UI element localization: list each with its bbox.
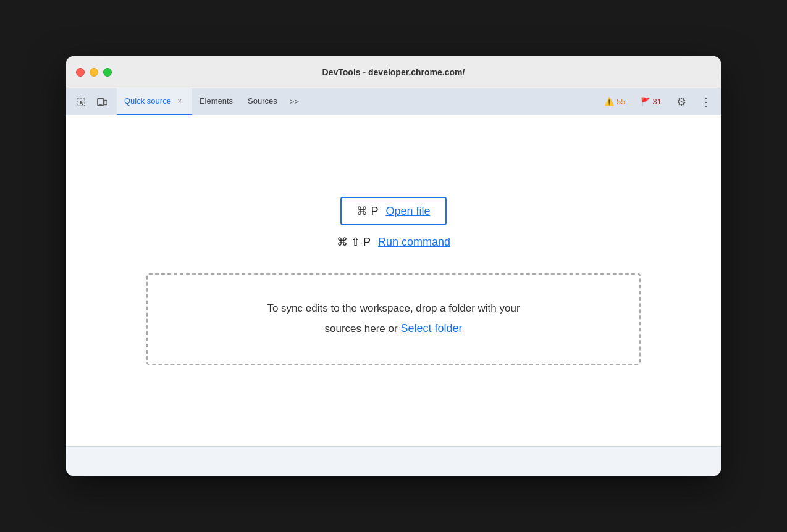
svg-rect-2: [104, 100, 107, 104]
tab-bar: Quick source × Elements Sources >> ⚠️ 55…: [66, 88, 721, 115]
more-tabs-icon: >>: [290, 97, 299, 106]
error-icon: 🚩: [641, 97, 650, 106]
main-content: ⌘ P Open file ⌘ ⇧ P Run command To sync …: [66, 115, 721, 446]
drop-zone-text-line1: To sync edits to the workspace, drop a f…: [267, 302, 520, 314]
tab-sources-label: Sources: [248, 96, 277, 106]
more-options-button[interactable]: ⋮: [696, 92, 716, 112]
inspect-icon-button[interactable]: [71, 92, 91, 112]
minimize-button[interactable]: [90, 68, 98, 77]
tab-elements[interactable]: Elements: [192, 88, 240, 115]
warning-badge-button[interactable]: ⚠️ 55: [599, 94, 630, 109]
tab-close-quick-source[interactable]: ×: [175, 96, 185, 106]
run-command-shortcut-keys: ⌘ ⇧ P: [337, 235, 371, 249]
warning-icon: ⚠️: [604, 97, 614, 106]
tab-quick-source-label: Quick source: [124, 96, 171, 106]
open-file-shortcut-keys: ⌘ P: [356, 204, 378, 218]
tab-bar-right: ⚠️ 55 🚩 31 ⚙ ⋮: [599, 88, 716, 115]
warning-count: 55: [617, 97, 625, 106]
run-command-link[interactable]: Run command: [378, 236, 450, 249]
drop-zone-text-line2: sources here or: [325, 323, 398, 335]
tab-bar-icons: [71, 88, 117, 115]
tab-sources[interactable]: Sources: [240, 88, 285, 115]
title-bar: DevTools - developer.chrome.com/: [66, 56, 721, 88]
tab-quick-source[interactable]: Quick source ×: [117, 88, 192, 115]
content-inner: ⌘ P Open file ⌘ ⇧ P Run command: [337, 197, 450, 249]
devtools-window: DevTools - developer.chrome.com/: [66, 56, 721, 476]
window-title: DevTools - developer.chrome.com/: [322, 67, 465, 77]
run-command-shortcut-row: ⌘ ⇧ P Run command: [337, 235, 450, 249]
maximize-button[interactable]: [103, 68, 112, 77]
settings-icon: ⚙: [676, 95, 686, 109]
settings-button[interactable]: ⚙: [671, 92, 691, 112]
traffic-lights: [76, 68, 112, 77]
cursor-icon: [75, 96, 86, 107]
select-folder-link[interactable]: Select folder: [400, 322, 462, 335]
tab-list: Quick source × Elements Sources: [117, 88, 285, 115]
more-tabs-button[interactable]: >>: [285, 88, 304, 115]
tab-elements-label: Elements: [200, 96, 233, 106]
device-icon-button[interactable]: [92, 92, 112, 112]
error-badge-button[interactable]: 🚩 31: [636, 94, 667, 109]
error-count: 31: [653, 97, 662, 106]
bottom-bar: [66, 446, 721, 476]
device-icon: [96, 96, 107, 107]
open-file-shortcut-row[interactable]: ⌘ P Open file: [340, 197, 446, 225]
drop-zone[interactable]: To sync edits to the workspace, drop a f…: [146, 273, 641, 364]
close-button[interactable]: [76, 68, 85, 77]
more-options-icon: ⋮: [701, 95, 712, 109]
open-file-link[interactable]: Open file: [385, 205, 430, 218]
